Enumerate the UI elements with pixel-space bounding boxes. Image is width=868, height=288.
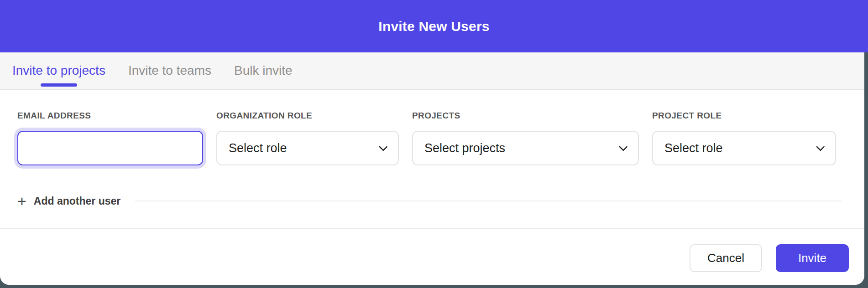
email-address-field-group: EMAIL ADDRESS: [17, 111, 203, 165]
add-another-user-label: Add another user: [34, 195, 120, 207]
modal-header: Invite New Users: [0, 0, 868, 52]
select-value: Select role: [664, 141, 723, 155]
organization-role-select[interactable]: Select role: [216, 131, 399, 165]
tab-label: Invite to projects: [12, 63, 105, 78]
field-label: PROJECTS: [412, 111, 639, 121]
select-value: Select role: [229, 141, 287, 155]
field-label: EMAIL ADDRESS: [17, 111, 203, 121]
cancel-button[interactable]: Cancel: [690, 244, 762, 272]
modal-body: Invite to projects Invite to teams Bulk …: [0, 52, 864, 285]
plus-icon: +: [17, 194, 26, 208]
invite-form-row: EMAIL ADDRESS ORGANIZATION ROLE Select r…: [17, 111, 836, 165]
project-role-field-group: PROJECT ROLE Select role: [652, 111, 836, 165]
chevron-down-icon: [619, 142, 628, 151]
select-value: Select projects: [424, 141, 505, 155]
invite-button[interactable]: Invite: [776, 244, 849, 272]
footer-divider: [0, 228, 864, 229]
projects-select[interactable]: Select projects: [412, 131, 639, 165]
projects-field-group: PROJECTS Select projects: [412, 111, 639, 165]
add-another-user-button[interactable]: + Add another user: [17, 194, 120, 208]
tab-invite-to-projects[interactable]: Invite to projects: [12, 52, 105, 89]
tab-label: Bulk invite: [234, 63, 293, 78]
email-field[interactable]: [17, 131, 203, 165]
divider: [135, 201, 842, 201]
organization-role-field-group: ORGANIZATION ROLE Select role: [216, 111, 399, 165]
page-title: Invite New Users: [378, 19, 489, 34]
active-tab-indicator: [41, 83, 77, 87]
tab-bulk-invite[interactable]: Bulk invite: [234, 52, 293, 89]
field-label: PROJECT ROLE: [652, 111, 836, 121]
tab-label: Invite to teams: [128, 63, 211, 78]
tab-invite-to-teams[interactable]: Invite to teams: [128, 52, 211, 89]
chevron-down-icon: [816, 142, 825, 151]
add-user-row: + Add another user: [17, 194, 842, 208]
project-role-select[interactable]: Select role: [652, 131, 836, 165]
tab-bar: Invite to projects Invite to teams Bulk …: [0, 52, 864, 90]
chevron-down-icon: [379, 142, 388, 151]
field-label: ORGANIZATION ROLE: [216, 111, 399, 121]
